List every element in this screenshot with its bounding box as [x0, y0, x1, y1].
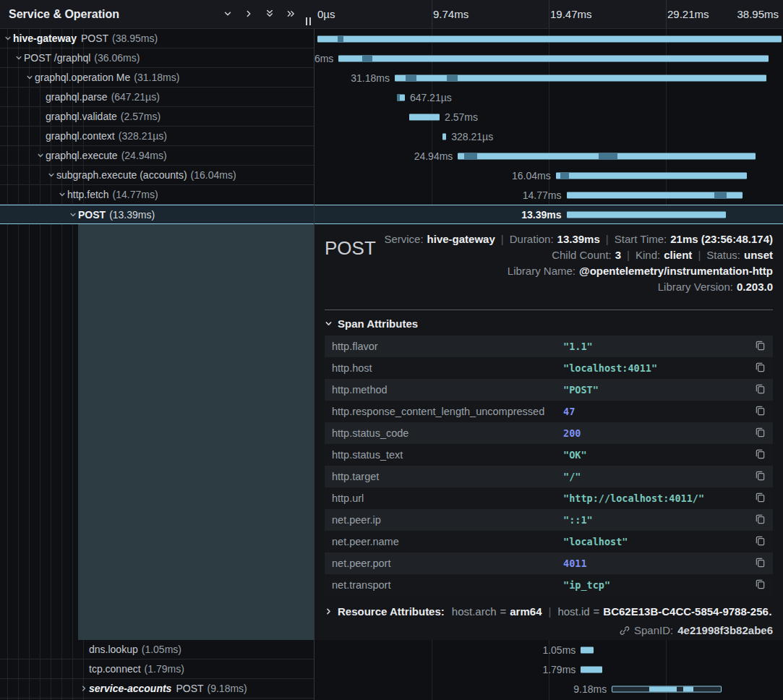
copy-value-button[interactable] — [755, 557, 766, 570]
span-duration-bar[interactable] — [556, 172, 748, 179]
span-duration-bar[interactable] — [612, 686, 721, 692]
copy-value-button[interactable] — [755, 340, 766, 353]
span-duration-bar[interactable] — [581, 646, 593, 653]
span-duration-bar[interactable] — [395, 74, 766, 81]
span-row[interactable]: graphql.operation Me(31.18ms)31.18ms — [0, 68, 783, 88]
resource-value: arm64 — [510, 605, 542, 618]
link-icon[interactable] — [620, 626, 630, 636]
chevron-down-icon[interactable] — [25, 74, 35, 81]
copy-value-button[interactable] — [755, 362, 766, 375]
copy-value-button[interactable] — [755, 383, 766, 396]
attribute-row: http.host"localhost:4011" — [325, 357, 773, 379]
double-chevron-down-icon — [265, 9, 274, 20]
chevron-down-icon[interactable] — [14, 54, 24, 61]
copy-value-button[interactable] — [755, 405, 766, 418]
chevron-down-icon[interactable] — [35, 152, 46, 159]
chevron-down-icon[interactable] — [57, 191, 67, 198]
collapse-all-button[interactable] — [265, 9, 274, 20]
span-duration-bar[interactable] — [409, 114, 440, 120]
span-row[interactable]: dns.lookup(1.05ms)1.05ms — [0, 640, 783, 660]
span-duration-bar[interactable] — [567, 211, 727, 218]
attribute-row: net.peer.port4011 — [325, 552, 773, 574]
copy-value-button[interactable] — [755, 579, 766, 592]
span-tree-cell: graphql.execute(24.94ms) — [0, 146, 315, 166]
copy-icon — [755, 383, 766, 396]
attribute-value: "OK" — [563, 449, 755, 461]
span-detail-title: POST — [325, 237, 376, 260]
collapse-one-button[interactable] — [223, 9, 232, 20]
span-tree-cell: dns.lookup(1.05ms) — [0, 640, 315, 660]
span-timeline-cell: 14.77ms — [315, 185, 783, 205]
copy-icon — [755, 535, 766, 548]
span-duration-text: (2.57ms) — [121, 111, 161, 122]
copy-value-button[interactable] — [755, 448, 766, 461]
ruler-tick: 38.95ms — [737, 8, 779, 20]
attribute-value: 200 — [563, 427, 755, 439]
chevron-down-icon[interactable] — [3, 35, 13, 42]
span-operation-name: graphql.operation Me — [35, 72, 130, 83]
copy-value-button[interactable] — [755, 492, 766, 505]
span-row[interactable]: subgraph.execute (accounts)(16.04ms)16.0… — [0, 166, 783, 185]
attribute-row: net.peer.ip"::1" — [325, 509, 773, 531]
span-duration-label: 24.94ms — [414, 150, 453, 162]
copy-value-button[interactable] — [755, 470, 766, 483]
ruler-tick: 29.21ms — [667, 8, 709, 20]
resource-attributes-title: Resource Attributes: — [338, 605, 445, 618]
span-row[interactable]: graphql.execute(24.94ms)24.94ms — [0, 146, 783, 166]
span-timeline-cell: 31.18ms — [315, 68, 783, 88]
copy-value-button[interactable] — [755, 513, 766, 526]
chevron-down-icon[interactable] — [46, 171, 56, 179]
panel-resize-handle[interactable] — [306, 17, 311, 25]
span-duration-label: 9.18ms — [573, 683, 607, 695]
span-operation-name: POST — [78, 209, 106, 221]
resource-key: host.id — [557, 605, 589, 618]
attribute-key: http.status_text — [332, 449, 563, 461]
span-row[interactable]: http.fetch(14.77ms)14.77ms — [0, 185, 783, 205]
resource-key: host.arch — [452, 605, 497, 618]
span-duration-bar[interactable] — [458, 153, 756, 159]
chevron-down-icon — [223, 9, 232, 20]
span-meta-line: Library Version:0.203.0 — [384, 279, 773, 295]
span-duration-bar[interactable] — [338, 55, 769, 61]
span-duration-label: 16.04ms — [512, 170, 551, 182]
span-duration-bar[interactable] — [581, 666, 602, 673]
span-service-name: service-accounts — [89, 683, 171, 694]
span-duration-bar[interactable] — [442, 133, 446, 140]
span-duration-bar[interactable] — [567, 192, 743, 198]
expand-all-button[interactable] — [286, 9, 296, 20]
span-duration-bar[interactable] — [397, 94, 405, 101]
meta-value: 0.203.0 — [737, 281, 773, 293]
span-timeline-cell: 24.94ms — [315, 146, 783, 166]
span-duration-label: 14.77ms — [523, 189, 562, 201]
span-timeline-cell: 328.21µs — [315, 127, 783, 146]
attribute-row: http.status_code200 — [325, 422, 773, 444]
chevron-down-icon[interactable] — [68, 211, 78, 218]
attribute-value: "/" — [563, 471, 755, 482]
chevron-down-icon — [325, 320, 333, 328]
span-row[interactable]: tcp.connect(1.79ms)1.79ms — [0, 660, 783, 679]
span-row[interactable]: graphql.parse(647.21µs)647.21µs — [0, 88, 783, 107]
span-row[interactable]: graphql.context(328.21µs)328.21µs — [0, 127, 783, 146]
expand-one-button[interactable] — [244, 9, 253, 20]
attribute-key: http.target — [332, 471, 563, 482]
span-row[interactable]: POST(13.39ms)13.39ms — [0, 205, 783, 224]
span-duration-text: (31.18ms) — [134, 72, 179, 83]
span-operation-name: dns.lookup — [89, 644, 138, 655]
meta-separator: | — [698, 249, 701, 261]
span-tree-cell: tcp.connect(1.79ms) — [0, 660, 315, 679]
meta-value: hive-gateway — [427, 233, 495, 245]
copy-value-button[interactable] — [755, 535, 766, 548]
meta-label: Service: — [384, 233, 423, 245]
span-duration-bar[interactable] — [317, 35, 782, 42]
panel-divider[interactable] — [314, 0, 315, 700]
resource-attributes-toggle[interactable]: Resource Attributes: host.arch=arm64|hos… — [325, 605, 773, 618]
span-row[interactable]: POST /graphql(36.06ms)36.06ms — [0, 48, 783, 68]
span-row[interactable]: graphql.validate(2.57ms)2.57ms — [0, 107, 783, 127]
span-row[interactable]: service-accountsPOST(9.18ms)9.18ms — [0, 679, 783, 699]
chevron-right-icon[interactable] — [79, 685, 89, 692]
attribute-row: http.flavor"1.1" — [325, 336, 773, 357]
span-operation-name: tcp.connect — [89, 663, 141, 675]
copy-value-button[interactable] — [755, 427, 766, 440]
span-attributes-toggle[interactable]: Span Attributes — [325, 317, 773, 330]
span-row[interactable]: hive-gatewayPOST(38.95ms)38.95ms — [0, 29, 783, 48]
